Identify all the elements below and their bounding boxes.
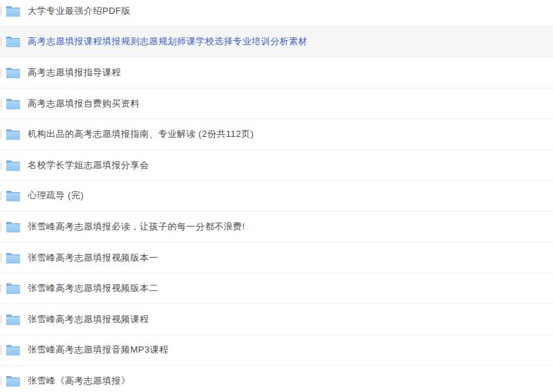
row-checkbox[interactable] bbox=[0, 130, 1, 139]
folder-icon bbox=[6, 66, 21, 79]
folder-icon bbox=[6, 97, 21, 110]
row-checkbox[interactable] bbox=[0, 253, 1, 262]
list-item[interactable]: 大学专业最强介绍PDF版 bbox=[0, 0, 553, 27]
list-item[interactable]: 张雪峰《高考志愿填报》 bbox=[0, 366, 553, 392]
folder-name: 高考志愿填报指导课程 bbox=[28, 66, 121, 79]
list-item[interactable]: 张雪峰高考志愿填报音频MP3课程 bbox=[0, 335, 553, 366]
folder-name: 高考志愿填报自费购买资料 bbox=[28, 97, 140, 110]
folder-name: 心理疏导 (完) bbox=[28, 189, 84, 202]
list-item[interactable]: 张雪峰高考志愿填报必读，让孩子的每一分都不浪费! bbox=[0, 212, 553, 243]
folder-list: 大学专业最强介绍PDF版 高考志愿填报课程填报规则志愿规划师课学校选择专业培训分… bbox=[0, 0, 553, 392]
folder-icon bbox=[6, 35, 21, 48]
row-checkbox[interactable] bbox=[0, 68, 1, 77]
row-checkbox[interactable] bbox=[0, 376, 1, 385]
folder-icon bbox=[6, 313, 21, 326]
folder-name: 高考志愿填报课程填报规则志愿规划师课学校选择专业培训分析素材 bbox=[28, 35, 308, 48]
list-item[interactable]: 高考志愿填报课程填报规则志愿规划师课学校选择专业培训分析素材 bbox=[0, 27, 553, 58]
folder-name: 张雪峰高考志愿填报视频课程 bbox=[28, 313, 149, 326]
list-item[interactable]: 名校学长学姐志愿填报分享会 bbox=[0, 150, 553, 181]
list-item[interactable]: 张雪峰高考志愿填报视频版本一 bbox=[0, 243, 553, 274]
folder-icon bbox=[6, 189, 21, 202]
folder-name: 大学专业最强介绍PDF版 bbox=[28, 5, 131, 17]
row-checkbox[interactable] bbox=[0, 99, 1, 108]
folder-icon bbox=[6, 5, 21, 17]
list-item[interactable]: 高考志愿填报自费购买资料 bbox=[0, 88, 553, 120]
folder-icon bbox=[6, 282, 21, 295]
folder-icon bbox=[6, 252, 21, 264]
folder-icon bbox=[6, 344, 21, 356]
folder-icon bbox=[6, 128, 21, 140]
row-checkbox[interactable] bbox=[0, 346, 1, 355]
list-item[interactable]: 心理疏导 (完) bbox=[0, 181, 553, 212]
folder-name: 名校学长学姐志愿填报分享会 bbox=[28, 159, 149, 171]
list-item[interactable]: 张雪峰高考志愿填报视频版本二 bbox=[0, 273, 553, 304]
row-checkbox[interactable] bbox=[0, 37, 1, 46]
row-checkbox[interactable] bbox=[0, 284, 1, 293]
folder-icon bbox=[6, 221, 21, 233]
row-checkbox[interactable] bbox=[0, 6, 1, 15]
list-item[interactable]: 张雪峰高考志愿填报视频课程 bbox=[0, 304, 553, 335]
folder-name: 机构出品的高考志愿填报指南、专业解读 (2份共112页) bbox=[28, 128, 254, 140]
list-item[interactable]: 机构出品的高考志愿填报指南、专业解读 (2份共112页) bbox=[0, 119, 553, 150]
folder-name: 张雪峰高考志愿填报视频版本二 bbox=[28, 282, 158, 295]
row-checkbox[interactable] bbox=[0, 222, 1, 231]
row-checkbox[interactable] bbox=[0, 315, 1, 324]
folder-name: 张雪峰高考志愿填报音频MP3课程 bbox=[28, 344, 169, 356]
row-checkbox[interactable] bbox=[0, 192, 1, 200]
list-item[interactable]: 高考志愿填报指导课程 bbox=[0, 57, 553, 88]
folder-icon bbox=[6, 159, 21, 171]
folder-name: 张雪峰高考志愿填报视频版本一 bbox=[28, 252, 158, 264]
row-checkbox[interactable] bbox=[0, 160, 1, 169]
folder-icon bbox=[6, 375, 21, 387]
folder-name: 张雪峰《高考志愿填报》 bbox=[28, 375, 131, 387]
folder-name: 张雪峰高考志愿填报必读，让孩子的每一分都不浪费! bbox=[28, 221, 245, 233]
